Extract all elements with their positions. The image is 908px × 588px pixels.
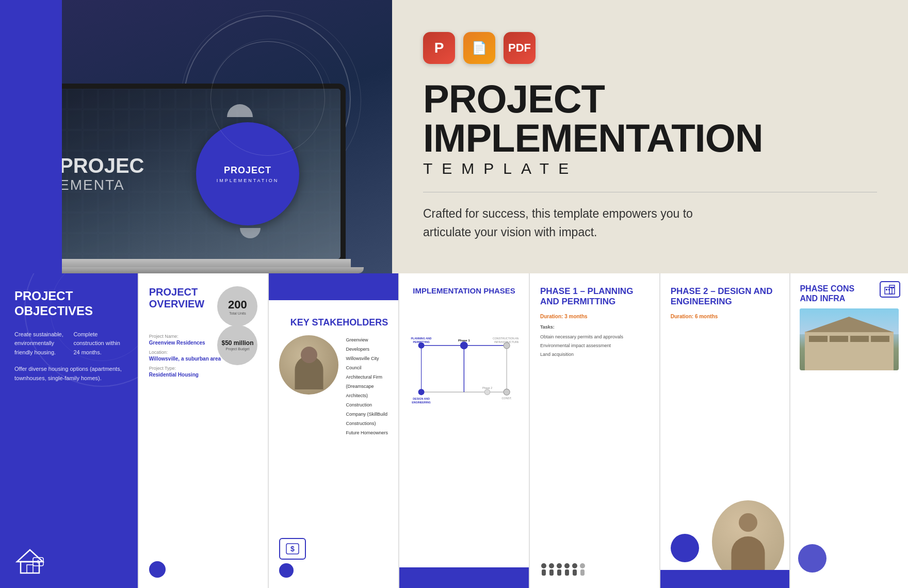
svg-rect-38 <box>573 569 577 576</box>
sth-list: Greenview Developers Willowsville City C… <box>346 335 388 437</box>
circle-title: PROJECT <box>224 165 271 176</box>
window-2 <box>830 336 848 342</box>
svg-text:$: $ <box>291 545 295 553</box>
main-subtitle: TEMPLATE <box>423 160 877 177</box>
p1-task-3: Land acquisition <box>540 350 649 359</box>
p2-person-head <box>739 513 757 532</box>
deco-half-circle-1 <box>227 104 253 117</box>
sth-image <box>279 335 338 395</box>
people-icons-svg <box>540 562 587 578</box>
svg-point-17 <box>418 389 425 395</box>
laptop-wrapper: PROJEC EMENTA PROJECT IMPLEMENTATION <box>26 84 366 273</box>
dollar-icon-box: $ <box>279 538 306 560</box>
sth-row: Greenview Developers Willowsville City C… <box>279 335 388 437</box>
laptop-base <box>41 259 351 267</box>
p1-title: PHASE 1 – PLANNING AND PERMITTING <box>540 286 649 307</box>
ip-title: IMPLEMENTATION PHASES <box>410 286 518 295</box>
p3-icon <box>880 281 900 298</box>
top-section: PROJEC EMENTA PROJECT IMPLEMENTATION <box>0 0 908 273</box>
phases-diagram: PLANNING AND PERMITTING Phase 1 CONSTRUC… <box>410 304 518 449</box>
thumbnail-overview: PROJECT OVERVIEW 200 Total Units Project… <box>138 273 268 588</box>
svg-rect-32 <box>549 569 554 576</box>
stat1-label: Total Units <box>229 312 246 315</box>
building-image <box>800 308 899 370</box>
p2-blue-bottom <box>660 570 790 588</box>
stat2-label: Project Budget <box>226 347 250 351</box>
svg-point-18 <box>504 389 510 395</box>
laptop-circle: PROJECT IMPLEMENTATION <box>196 122 299 225</box>
svg-rect-46 <box>893 287 894 288</box>
slides-icon: 📄 <box>463 32 495 64</box>
svg-point-39 <box>580 563 585 568</box>
p3-blue-circle <box>798 544 826 573</box>
p2-person-body <box>732 536 765 575</box>
stat1-number: 200 <box>228 298 247 312</box>
svg-point-14 <box>418 342 425 349</box>
laptop-foot <box>28 267 364 273</box>
svg-point-29 <box>541 563 546 568</box>
ip-blue-bottom <box>399 567 529 588</box>
svg-text:CONST.: CONST. <box>502 397 512 400</box>
svg-rect-4 <box>27 565 33 573</box>
p1-task-1: Obtain necessary permits and approvals <box>540 333 649 341</box>
sth-blue-dot <box>279 563 294 578</box>
svg-text:ENGINEERING: ENGINEERING <box>412 401 431 404</box>
p1-duration: Duration: 3 months <box>540 314 649 319</box>
sth-item-3: Architectural Firm (Dreamscape Architect… <box>346 372 388 400</box>
svg-text:PLANNING AND: PLANNING AND <box>411 337 432 340</box>
sth-item-2: Willowsville City Council <box>346 354 388 372</box>
svg-rect-40 <box>580 569 585 576</box>
p2-duration: Duration: 6 months <box>671 314 780 319</box>
people-icons <box>540 562 587 578</box>
building-icon <box>884 284 896 295</box>
obj-text-2: Complete construction within 24 months. <box>73 330 123 357</box>
svg-marker-47 <box>805 317 894 332</box>
pdf-icon: PDF <box>504 32 536 64</box>
tasks-label: Tasks: <box>540 324 649 330</box>
field3-label: Project Type: <box>149 366 258 371</box>
obj-text-1: Create sustainable, environmentally frie… <box>14 330 64 357</box>
sth-list-area: Greenview Developers Willowsville City C… <box>346 335 388 437</box>
svg-text:Phase 2: Phase 2 <box>482 386 492 389</box>
house-base <box>805 332 894 370</box>
laptop-screen: PROJEC EMENTA PROJECT IMPLEMENTATION <box>52 89 340 259</box>
window-4 <box>871 336 889 342</box>
svg-point-35 <box>564 563 570 568</box>
stat2-number: $50 million <box>221 339 253 347</box>
svg-text:DESIGN AND: DESIGN AND <box>413 397 430 400</box>
house-icon: $ <box>14 547 45 576</box>
laptop-area: PROJEC EMENTA PROJECT IMPLEMENTATION <box>0 0 392 273</box>
svg-rect-34 <box>557 569 561 576</box>
svg-rect-45 <box>890 287 892 288</box>
svg-text:Phase 1: Phase 1 <box>458 339 470 342</box>
svg-point-33 <box>557 563 562 568</box>
bottom-thumbnails: PROJECT OBJECTIVES Create sustainable, e… <box>0 273 908 588</box>
sth-title: KEY STAKEHOLDERS <box>279 317 388 328</box>
windows-grid <box>805 332 894 342</box>
person-head-sil <box>301 347 317 363</box>
obj-columns: Create sustainable, environmentally frie… <box>14 330 123 357</box>
p2-blue-circle <box>671 534 699 562</box>
sth-blue-top <box>269 273 398 300</box>
title-divider <box>423 192 877 192</box>
ov-title-area: PROJECT OVERVIEW <box>149 286 210 310</box>
description-text: Crafted for success, this template empow… <box>423 205 722 241</box>
circle-subtitle: IMPLEMENTATION <box>217 178 279 183</box>
thumbnail-objectives: PROJECT OBJECTIVES Create sustainable, e… <box>0 273 138 588</box>
p1-tasks: Obtain necessary permits and approvals E… <box>540 333 649 359</box>
dollar-sign-icon: $ <box>285 542 300 556</box>
ov-title: PROJECT OVERVIEW <box>149 286 210 310</box>
sth-item-1: Greenview Developers <box>346 335 388 354</box>
svg-point-37 <box>572 563 577 568</box>
roof-svg <box>805 317 894 332</box>
svg-point-31 <box>549 563 554 568</box>
thumbnail-phase1: PHASE 1 – PLANNING AND PERMITTING Durati… <box>529 273 659 588</box>
screen-title-line2: EMENTA <box>59 177 144 193</box>
svg-text:CONSTRUCTION AND: CONSTRUCTION AND <box>493 337 518 340</box>
svg-text:INFRASTRUCTURE: INFRASTRUCTURE <box>494 340 518 344</box>
sth-content-wrapper: KEY STAKEHOLDERS Greenview Developers Wi… <box>279 317 388 437</box>
obj-col-3: Offer diverse housing options (apartment… <box>14 365 123 383</box>
ov-blue-dot <box>149 561 166 578</box>
house-icon-area: $ <box>14 547 45 578</box>
screen-title-line1: PROJEC <box>59 154 144 177</box>
